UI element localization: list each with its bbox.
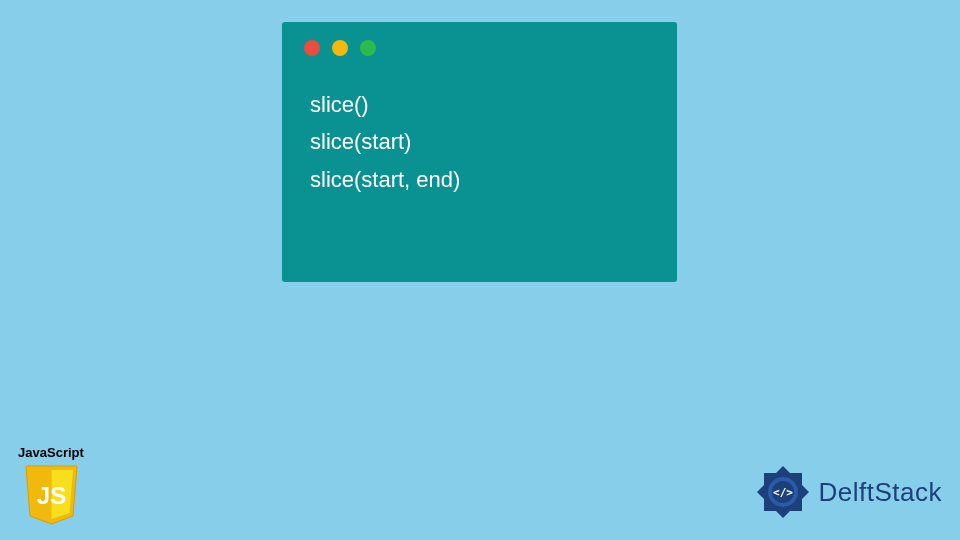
svg-text:</>: </> (773, 486, 793, 499)
brand-logo-group: </> DelftStack (753, 462, 943, 522)
javascript-badge: JavaScript JS (16, 445, 86, 526)
code-line: slice(start, end) (310, 161, 655, 198)
close-icon (304, 40, 320, 56)
brand-name: DelftStack (819, 477, 943, 508)
javascript-shield-icon: JS (24, 464, 79, 526)
code-line: slice() (310, 86, 655, 123)
code-window: slice() slice(start) slice(start, end) (282, 22, 677, 282)
window-titlebar (304, 40, 655, 56)
shield-text: JS (36, 482, 65, 509)
code-content: slice() slice(start) slice(start, end) (304, 86, 655, 198)
javascript-label: JavaScript (16, 445, 86, 460)
code-line: slice(start) (310, 123, 655, 160)
maximize-icon (360, 40, 376, 56)
minimize-icon (332, 40, 348, 56)
delftstack-icon: </> (753, 462, 813, 522)
